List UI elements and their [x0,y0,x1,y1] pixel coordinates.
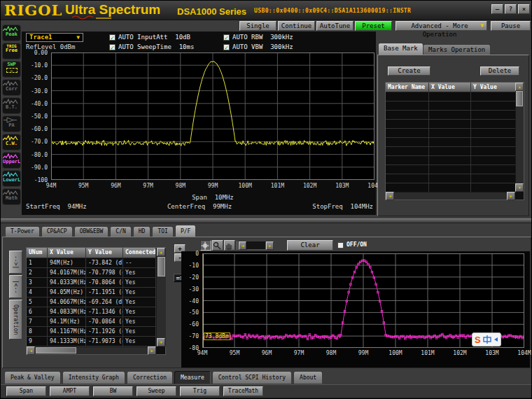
auto-checkbox-auto-vbw[interactable]: ✓AUTO VBW 300kHz [223,43,293,50]
marker-table-row[interactable] [386,147,516,156]
bottom-tab-control-scpi-history[interactable]: Control SCPI History [212,371,292,384]
pf-table-row[interactable]: 994.1333M(Hz-71.9073 (dBYes [27,337,156,346]
measure-tab-p-f[interactable]: P/F [175,225,196,237]
close-button[interactable]: × [518,4,530,14]
single-button[interactable]: Single [239,21,276,31]
marker-table-hscrollbar[interactable]: ◀ ▶ [386,192,515,200]
sidebar-item-upperl[interactable]: UpperL [2,152,21,169]
bottom-tab-intensity-graph[interactable]: Intensity Graph [62,371,125,384]
pf-table-row[interactable]: 694.0833M(Hz-71.1346 (dBYes [27,307,156,317]
auto-checkbox-auto-rbw[interactable]: ✓AUTO RBW 300kHz [223,34,293,41]
function-buttons: SpanAMPTBWSweepTrigTraceMath [6,386,263,396]
measure-tab-toi[interactable]: TOI [152,226,173,237]
bottom-tab-measure[interactable]: Measure [174,371,211,384]
column-header[interactable]: Y Value [471,83,516,92]
main-spectrum-plot[interactable] [51,52,374,180]
trace-select[interactable]: Trace1 ▼ [26,33,83,42]
create-marker-button[interactable]: Create [388,66,430,76]
preset-button[interactable]: Preset [355,21,392,31]
measure-tab-t-power[interactable]: T-Power [5,226,40,237]
marker-table-row[interactable] [386,174,516,183]
pf-table-vscrollbar[interactable]: ▲ ▼ [156,248,166,346]
marker-table-row[interactable] [386,138,516,147]
function-button-tracemath[interactable]: TraceMath [223,386,263,396]
marker-table-row[interactable] [386,129,516,138]
pf-table-row[interactable]: 494.05M(Hz)-71.1951 (dBYes [27,288,156,298]
scroll-right-icon[interactable]: ▶ [148,346,156,355]
pf-table-row[interactable]: 894.1167M(Hz-71.1926 (dBYes [27,327,156,337]
bottom-tab-about[interactable]: About [293,371,323,384]
scroll-up-icon[interactable]: ▲ [157,248,165,256]
checkbox-icon[interactable]: ✓ [109,44,115,50]
bottom-tab-peak-valley[interactable]: Peak & Valley [4,371,61,384]
scroll-up-icon[interactable]: ▲ [515,83,524,91]
sidebar-item-cw[interactable]: C.W. [2,134,21,150]
sidebar-item-lowerl[interactable]: LowerL [2,170,21,187]
function-button-span[interactable]: Span [6,386,46,396]
column-header[interactable]: Marker Name [386,83,429,92]
pf-table-row[interactable]: 394.0333M(Hz-70.8064 (dBYes [27,278,156,288]
column-header[interactable]: X Value [429,83,471,92]
function-button-ampt[interactable]: AMPT [50,386,90,396]
spinner-right-icon[interactable]: ▶ [266,241,274,250]
tab-base-mark[interactable]: Base Mark [378,43,424,55]
scroll-left-icon[interactable]: ◀ [27,346,35,355]
delete-marker-button[interactable]: Delete [480,66,519,76]
sidebar-item-peak[interactable]: Peak [2,24,21,41]
sidebar-item-trig-free[interactable]: TRIGFree [2,43,21,59]
side-tool-arrow-1[interactable]: |<-- [9,275,22,298]
marker-table-row[interactable] [386,111,516,120]
pan-tool-button[interactable] [224,240,235,251]
x-tick-label: 97M [136,183,160,189]
minimize-button[interactable]: – [491,4,503,14]
column-header[interactable]: Connected [123,248,156,258]
pf-table-row[interactable]: 594.0667M(Hz-69.264 (dBmYes [27,298,156,307]
pf-table-row[interactable]: 294.0167M(Hz-70.7798 (dBYes [27,268,156,278]
clear-button[interactable]: Clear [287,240,333,251]
measure-tab-cp-acp[interactable]: CP&ACP [41,226,73,237]
function-button-trig[interactable]: Trig [180,386,220,396]
pf-table-hscrollbar[interactable]: ◀ ▶ [27,346,156,354]
sidebar-item-swp[interactable]: SWP← [2,61,21,78]
marker-table-vscrollbar[interactable]: ▲ ▼ [515,83,524,192]
zoom-select-tool-button[interactable] [212,240,223,251]
checkbox-icon[interactable]: ✓ [223,44,230,50]
bottom-tab-correction[interactable]: Correction [127,371,173,384]
checkbox-icon[interactable]: ✓ [109,34,115,41]
checkbox-icon[interactable]: ✓ [223,34,230,41]
crosshair-tool-button[interactable] [200,240,211,251]
autotune-button[interactable]: AutoTune [316,21,354,31]
pf-table-row[interactable]: 794.1M(Hz)-70.0864 (dBYes [27,317,156,327]
measure-tab-c-n[interactable]: C/N [110,226,131,237]
auto-checkbox-auto-sweeptime[interactable]: ✓AUTO SweepTime 10ms [109,43,194,50]
side-tool-arrow-0[interactable]: -->| [9,251,22,274]
function-button-bw[interactable]: BW [93,386,133,396]
scroll-left-icon[interactable]: ◀ [386,192,394,200]
measure-tab-obw-ebw[interactable]: OBW&EBW [74,226,109,237]
continue-button[interactable]: Continue [278,21,315,31]
marker-spinner-field[interactable] [246,241,266,250]
ime-indicator[interactable]: S [472,332,501,346]
scroll-down-icon[interactable]: ▼ [515,183,524,192]
marker-table-row[interactable] [386,120,516,129]
pause-button[interactable]: Pause [491,21,531,31]
onoff-checkbox[interactable] [337,242,344,248]
scroll-right-icon[interactable]: ▶ [507,192,515,200]
measure-tab-hd[interactable]: HD [133,226,151,237]
scroll-down-icon[interactable]: ▼ [157,338,165,346]
side-tool-operation[interactable]: Operation [9,300,22,340]
marker-table-row[interactable] [386,92,516,102]
marker-table-row[interactable] [386,102,516,111]
marker-table-row[interactable] [386,165,516,174]
column-header[interactable]: UNum [27,248,48,258]
function-button-sweep[interactable]: Sweep [136,386,176,396]
tab-marks-operation[interactable]: Marks Operation [423,44,491,55]
advanced-dropdown[interactable]: Advanced - More Operation ▼ [396,21,487,31]
marker-table-row[interactable] [386,156,516,165]
pf-table-row[interactable]: 194M(Hz)-73.842 (dBm-- [27,258,156,268]
auto-checkbox-auto-inputatt[interactable]: ✓AUTO InputAtt 10dB [109,34,190,41]
column-header[interactable]: Y Value [86,248,123,258]
column-header[interactable]: X Value [48,248,86,258]
spinner-left-icon[interactable]: ◀ [239,241,246,250]
help-button[interactable]: ? [505,4,517,14]
